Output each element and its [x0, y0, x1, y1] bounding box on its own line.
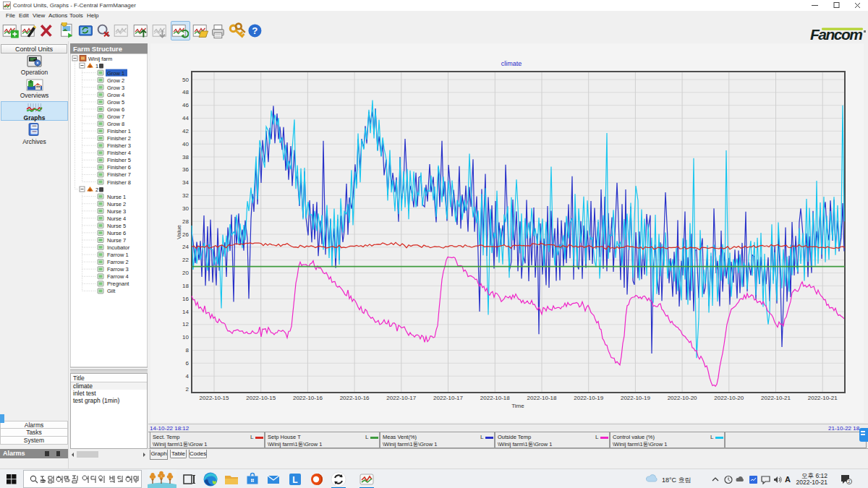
svg-text:Grow 1: Grow 1 — [107, 70, 124, 77]
svg-text:2022-10-18: 2022-10-18 — [527, 395, 557, 401]
svg-text:4: 4 — [186, 373, 190, 380]
svg-text:?: ? — [252, 25, 258, 36]
svg-text:Nurse 3: Nurse 3 — [107, 208, 126, 215]
svg-text:Grow 4: Grow 4 — [107, 92, 124, 98]
svg-text:30: 30 — [182, 205, 189, 212]
svg-text:16: 16 — [182, 296, 189, 302]
svg-text:Grow 8: Grow 8 — [107, 121, 124, 127]
svg-text:8: 8 — [186, 347, 190, 354]
svg-text:Time: Time — [511, 403, 524, 409]
svg-text:Grow 3: Grow 3 — [107, 85, 124, 91]
svg-text:2022-10-16: 2022-10-16 — [293, 395, 323, 401]
svg-text:10: 10 — [182, 334, 189, 341]
svg-text:2022-10-20: 2022-10-20 — [714, 395, 744, 401]
svg-text:2022-10-15: 2022-10-15 — [246, 395, 276, 401]
svg-text:48: 48 — [182, 89, 189, 95]
svg-text:18: 18 — [182, 283, 189, 289]
svg-text:Grow 7: Grow 7 — [107, 114, 124, 120]
svg-text:22: 22 — [182, 257, 189, 263]
svg-text:50: 50 — [182, 77, 189, 83]
svg-text:2022-10-21: 2022-10-21 — [808, 395, 838, 401]
svg-text:44: 44 — [182, 115, 189, 121]
svg-text:2022-10-20: 2022-10-20 — [668, 395, 697, 401]
svg-text:Finisher 1: Finisher 1 — [107, 128, 131, 134]
svg-text:Gilt: Gilt — [107, 288, 116, 294]
svg-text:2022-10-16: 2022-10-16 — [340, 395, 370, 401]
svg-text:Finisher 6: Finisher 6 — [107, 164, 131, 171]
svg-text:Finisher 3: Finisher 3 — [107, 142, 131, 149]
svg-text:Nurse 1: Nurse 1 — [107, 194, 126, 200]
svg-text:Farrow 3: Farrow 3 — [107, 266, 129, 273]
svg-text:36: 36 — [182, 166, 189, 173]
svg-text:Nurse 2: Nurse 2 — [107, 201, 126, 207]
svg-text:6: 6 — [186, 360, 190, 367]
svg-text:Nurse 6: Nurse 6 — [107, 230, 126, 236]
svg-text:2022-10-21: 2022-10-21 — [761, 395, 791, 401]
svg-text:Finisher 7: Finisher 7 — [107, 171, 131, 178]
svg-text:1: 1 — [95, 63, 98, 69]
svg-text:Incubator: Incubator — [107, 244, 130, 251]
svg-text:2022-10-19: 2022-10-19 — [621, 395, 650, 401]
svg-text:climate: climate — [501, 60, 522, 67]
svg-text:Farrow 2: Farrow 2 — [107, 259, 129, 265]
svg-text:2022-10-17: 2022-10-17 — [386, 395, 416, 401]
svg-text:2022-10-19: 2022-10-19 — [574, 395, 603, 401]
svg-text:32: 32 — [182, 192, 189, 199]
svg-text:42: 42 — [182, 128, 189, 134]
svg-text:12: 12 — [182, 321, 189, 328]
svg-text:Farrow 4: Farrow 4 — [107, 273, 129, 280]
svg-text:2: 2 — [95, 187, 98, 193]
svg-text:Nurse 7: Nurse 7 — [107, 237, 126, 244]
svg-text:Finisher 2: Finisher 2 — [107, 135, 131, 142]
svg-text:Grow 5: Grow 5 — [107, 99, 124, 106]
svg-text:38: 38 — [182, 154, 189, 160]
svg-text:40: 40 — [182, 141, 189, 147]
svg-text:26: 26 — [182, 231, 189, 238]
svg-text:2022-10-17: 2022-10-17 — [433, 395, 463, 401]
svg-text:L: L — [292, 475, 297, 485]
svg-text:Farrow 1: Farrow 1 — [107, 252, 129, 258]
svg-text:Fancom: Fancom — [810, 26, 862, 43]
svg-text:Grow 6: Grow 6 — [107, 106, 124, 113]
svg-text:Pregnant: Pregnant — [107, 281, 129, 287]
svg-text:28: 28 — [182, 218, 189, 225]
svg-text:Nurse 4: Nurse 4 — [107, 215, 126, 222]
svg-text:Value: Value — [176, 225, 182, 239]
svg-text:Grow 2: Grow 2 — [107, 77, 124, 84]
svg-text:24: 24 — [182, 244, 189, 250]
svg-text:Winij farm: Winij farm — [88, 56, 112, 62]
svg-text:2: 2 — [186, 386, 190, 393]
svg-text:Finisher 4: Finisher 4 — [107, 150, 131, 156]
svg-text:20: 20 — [182, 270, 189, 276]
svg-text:2022-10-18: 2022-10-18 — [480, 395, 510, 401]
svg-text:Nurse 5: Nurse 5 — [107, 223, 126, 229]
svg-text:Finisher 5: Finisher 5 — [107, 157, 131, 163]
svg-text:14: 14 — [182, 309, 189, 315]
svg-text:46: 46 — [182, 102, 189, 108]
svg-text:Finisher 8: Finisher 8 — [107, 179, 131, 186]
svg-text:34: 34 — [182, 179, 189, 186]
svg-text:2022-10-15: 2022-10-15 — [200, 395, 229, 401]
